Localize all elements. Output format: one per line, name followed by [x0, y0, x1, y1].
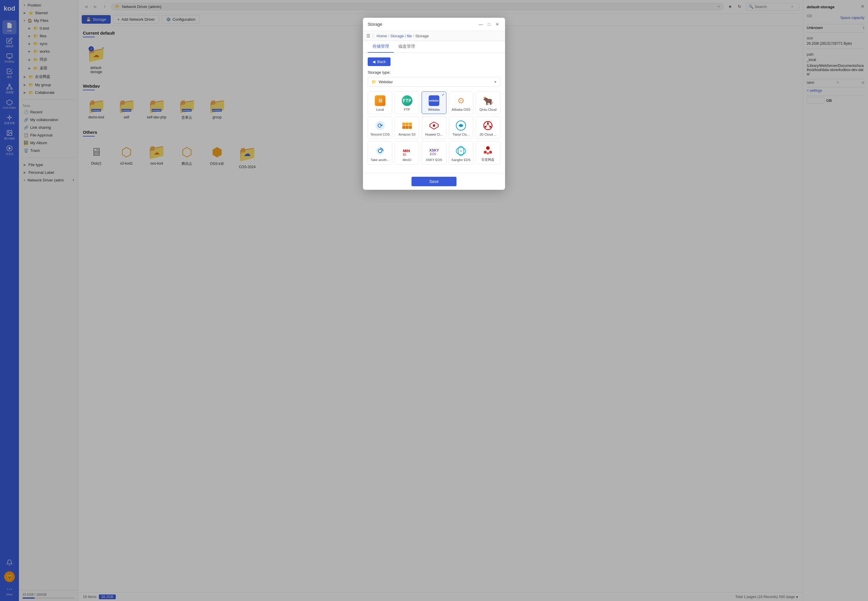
svg-point-29: [487, 122, 489, 124]
svg-point-41: [460, 150, 462, 152]
svg-point-30: [485, 126, 487, 128]
select-arrow-icon: ▾: [494, 79, 496, 84]
svg-line-32: [487, 124, 488, 126]
storage-modal: Storage — □ ✕ ☰ Home / Storage / file / …: [363, 18, 505, 190]
svg-text:⊙: ⊙: [458, 96, 464, 105]
storage-option-baidu[interactable]: 百度网盘: [476, 141, 500, 165]
storage-option-ftp[interactable]: FTP FTP: [395, 92, 419, 114]
svg-point-26: [433, 124, 435, 127]
svg-text:IO: IO: [403, 153, 406, 156]
amazon-cubes: [402, 122, 412, 129]
modal-footer: Save: [363, 173, 505, 190]
take-icon: [375, 146, 386, 156]
amazon-label: Amazon S3: [398, 133, 415, 136]
qiniu-icon: 🐂: [482, 95, 493, 106]
take-label: Take anoth...: [371, 158, 389, 162]
tencent-label: Tencent COS: [370, 133, 390, 136]
sangfor-icon: [456, 146, 466, 156]
alioss-label: Alibaba OSS: [452, 108, 470, 111]
breadcrumb-separator-line: [373, 34, 373, 38]
ftp-label: FTP: [404, 108, 410, 111]
svg-point-43: [484, 151, 487, 154]
storage-option-tencent[interactable]: ⟳ Tencent COS: [368, 116, 392, 139]
svg-text:⟳: ⟳: [377, 122, 383, 130]
modal-header: Storage — □ ✕: [363, 18, 505, 31]
minio-icon: MINIO: [402, 146, 412, 156]
modal-close-button[interactable]: ✕: [494, 21, 500, 27]
storage-option-amazon[interactable]: Amazon S3: [395, 116, 419, 139]
breadcrumb-home[interactable]: Home: [377, 34, 387, 38]
webdav-label: Webdav: [428, 108, 440, 111]
tianyi-icon: [456, 120, 466, 131]
webdav-icon-bg: webdav: [429, 95, 439, 106]
minio-label: MinIO: [403, 158, 411, 162]
svg-point-31: [490, 126, 491, 128]
modal-back-button[interactable]: ◀ Back: [368, 58, 391, 66]
storage-select[interactable]: 📁 Webdav ▾: [368, 77, 500, 87]
storage-option-local[interactable]: 🖥 Local: [368, 92, 392, 114]
modal-maximize-button[interactable]: □: [486, 21, 492, 27]
baidu-icon: [482, 145, 493, 156]
modal-controls: — □ ✕: [478, 21, 500, 27]
back-label: Back: [377, 59, 386, 64]
local-icon: 🖥: [375, 95, 386, 106]
svg-line-33: [488, 124, 490, 126]
jdcloud-icon: [482, 120, 493, 131]
webdav-folder-small-icon: 📁: [372, 79, 376, 84]
storage-grid: 🖥 Local FTP FTP webdav Webdav: [368, 92, 500, 165]
back-arrow-icon: ◀: [372, 59, 375, 64]
huawei-label: Huawei Cl...: [425, 133, 442, 136]
breadcrumb-current: Storage: [415, 34, 429, 38]
storage-option-webdav[interactable]: webdav Webdav: [421, 92, 446, 114]
tencent-icon: ⟳: [375, 120, 386, 131]
svg-text:XSKY: XSKY: [429, 148, 439, 153]
local-label: Local: [376, 108, 384, 111]
svg-text:EOS: EOS: [430, 153, 436, 156]
modal-overlay: Storage — □ ✕ ☰ Home / Storage / file / …: [0, 0, 868, 601]
save-button[interactable]: Save: [412, 177, 456, 186]
huawei-icon: [429, 120, 439, 131]
ftp-icon-bg: FTP: [402, 95, 412, 106]
webdav-icon: webdav: [429, 95, 439, 106]
modal-minimize-button[interactable]: —: [478, 21, 484, 27]
selected-type-label: Webdav: [378, 79, 392, 84]
svg-point-44: [489, 151, 492, 154]
tianyi-label: Tianyi Clo...: [452, 133, 470, 136]
storage-option-huawei[interactable]: Huawei Cl...: [421, 116, 446, 139]
storage-option-xsky[interactable]: XSKYEOS XSKY EOS: [421, 141, 446, 165]
svg-point-45: [487, 152, 489, 154]
modal-body: ◀ Back Storage type: 📁 Webdav ▾ 🖥: [363, 53, 505, 173]
storage-option-minio[interactable]: MINIO MinIO: [395, 141, 419, 165]
storage-option-sangfor[interactable]: Sangfor EDS: [449, 141, 473, 165]
alioss-icon: ⊙: [456, 95, 466, 106]
local-icon-bg: 🖥: [375, 95, 386, 106]
amazon-icon: [402, 120, 412, 131]
jdcloud-label: JD Cloud ...: [480, 133, 496, 136]
modal-breadcrumb: ☰ Home / Storage / file / Storage: [363, 31, 505, 41]
modal-tab-storage-mgmt[interactable]: 存储管理: [368, 41, 394, 53]
storage-select-wrapper[interactable]: 📁 Webdav ▾: [368, 77, 500, 87]
storage-option-alioss[interactable]: ⊙ Alibaba OSS: [449, 92, 473, 114]
modal-title: Storage: [368, 22, 382, 27]
svg-text:MIN: MIN: [403, 149, 410, 153]
modal-tab-disk-mgmt[interactable]: 磁盘管理: [394, 41, 420, 53]
qiniu-label: Qiniu Cloud: [480, 108, 496, 111]
storage-type-label: Storage type:: [368, 70, 500, 75]
storage-option-take[interactable]: Take anoth...: [368, 141, 392, 165]
svg-text:🐂: 🐂: [483, 96, 493, 106]
ftp-icon: FTP: [402, 95, 412, 106]
baidu-label: 百度网盘: [481, 157, 494, 162]
sangfor-label: Sangfor EDS: [452, 158, 470, 162]
storage-option-jdcloud[interactable]: JD Cloud ...: [476, 116, 500, 139]
svg-point-42: [486, 146, 490, 150]
breadcrumb-sep-1: /: [388, 34, 389, 38]
breadcrumb-storage-file[interactable]: Storage / file: [390, 34, 412, 38]
storage-option-tianyi[interactable]: Tianyi Clo...: [449, 116, 473, 139]
breadcrumb-sep-2: /: [413, 34, 414, 38]
xsky-label: XSKY EOS: [426, 158, 442, 162]
xsky-icon: XSKYEOS: [429, 146, 439, 156]
breadcrumb-list-icon: ☰: [366, 34, 370, 38]
storage-option-qiniu[interactable]: 🐂 Qiniu Cloud: [476, 92, 500, 114]
modal-tabs: 存储管理 磁盘管理: [363, 41, 505, 53]
